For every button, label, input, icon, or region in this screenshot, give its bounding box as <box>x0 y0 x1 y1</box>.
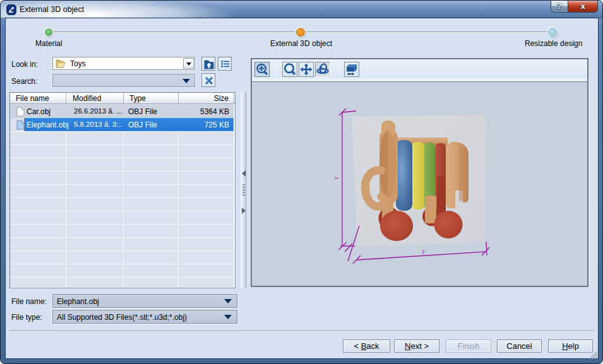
svg-text:1': 1' <box>422 249 426 255</box>
svg-text:1': 1' <box>333 176 339 180</box>
